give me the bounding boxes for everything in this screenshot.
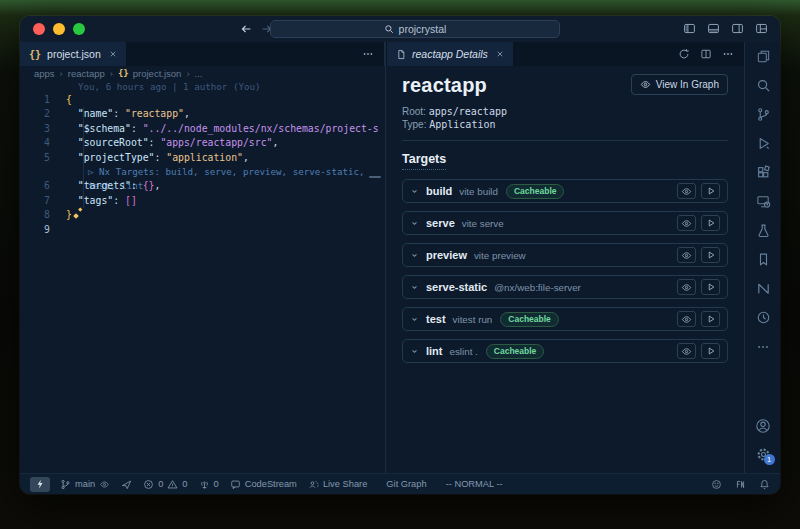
target-row-serve-static[interactable]: serve-static@nx/web:file-server (402, 275, 728, 299)
code-line[interactable]: 4 "sourceRoot": "apps/reactapp/src", (20, 136, 385, 150)
code-line[interactable]: 9 (20, 223, 385, 237)
breadcrumb-item[interactable]: ... (195, 68, 203, 79)
run-target-button[interactable] (701, 279, 720, 295)
notifications-status[interactable] (759, 479, 770, 490)
live-share-status[interactable]: Live Share (308, 479, 367, 490)
breadcrumb[interactable]: apps›reactapp›{}project.json›... (20, 66, 385, 80)
code-line[interactable]: 8} (20, 208, 385, 222)
codestream-status[interactable]: CodeStream (230, 479, 297, 490)
misc-status[interactable] (735, 479, 746, 490)
ports-status[interactable]: 0 (199, 479, 219, 490)
show-target-config-button[interactable] (677, 343, 696, 359)
view-in-graph-button[interactable]: View In Graph (631, 74, 728, 95)
line-number: 8 (20, 208, 66, 222)
accounts-icon[interactable] (745, 411, 780, 440)
vim-mode-status[interactable]: -- NORMAL -- (446, 479, 503, 489)
activity-item-more[interactable] (745, 332, 780, 361)
command-center-search[interactable]: projcrystal (270, 20, 560, 38)
breadcrumb-item[interactable]: project.json (133, 68, 182, 79)
code-line[interactable]: 7 "tags": [] (20, 194, 385, 208)
chevron-down-icon[interactable] (410, 187, 419, 196)
project-title: reactapp (402, 74, 487, 97)
breadcrumb-item[interactable]: apps (34, 68, 55, 79)
target-row-lint[interactable]: linteslint .Cacheable (402, 339, 728, 363)
run-target-button[interactable] (701, 247, 720, 263)
activity-item-testing[interactable] (745, 216, 780, 245)
chevron-down-icon[interactable] (410, 219, 419, 228)
show-target-config-button[interactable] (677, 279, 696, 295)
code-line[interactable]: 2 "name": "reactapp", (20, 107, 385, 121)
publish-status[interactable] (121, 479, 132, 490)
split-editor-icon[interactable] (700, 48, 712, 60)
settings-gear-icon[interactable]: 1 (745, 440, 780, 469)
branch-name: main (75, 479, 95, 489)
activity-item-run-and-debug[interactable] (745, 129, 780, 158)
close-tab-icon[interactable] (109, 50, 117, 58)
chevron-down-icon[interactable] (410, 283, 419, 292)
code-line[interactable]: 1{ (20, 93, 385, 107)
target-actions (677, 183, 720, 199)
git-graph-label: Git Graph (386, 479, 426, 489)
close-window-button[interactable] (33, 23, 45, 35)
target-name: serve-static (426, 281, 487, 293)
remote-lightning-icon (35, 478, 45, 490)
activity-item-timeline[interactable] (745, 303, 780, 332)
toggle-panel-icon[interactable] (707, 22, 720, 35)
close-tab-icon[interactable] (496, 50, 504, 58)
cacheable-badge: Cacheable (506, 184, 565, 199)
chevron-down-icon[interactable] (410, 347, 419, 356)
nx-targets-codelens[interactable]: ▷ Nx Targets: build, serve, preview, ser… (20, 165, 385, 179)
indent-guide (83, 107, 84, 208)
run-target-button[interactable] (701, 343, 720, 359)
git-graph-status[interactable]: Git Graph (386, 479, 426, 489)
code-line[interactable]: 6 "targets": {}, (20, 179, 385, 193)
live-share-label: Live Share (323, 479, 367, 489)
more-actions-icon[interactable] (722, 48, 734, 60)
activity-item-search[interactable] (745, 71, 780, 100)
activity-item-nx-console[interactable] (745, 274, 780, 303)
line-number: 2 (20, 107, 66, 121)
target-row-preview[interactable]: previewvite preview (402, 243, 728, 267)
tab-reactapp-details[interactable]: reactapp Details (387, 42, 514, 66)
live-share-icon (308, 479, 319, 490)
tab-project-json[interactable]: {} project.json (20, 42, 127, 66)
back-icon[interactable] (239, 22, 253, 36)
target-row-test[interactable]: testvitest runCacheable (402, 307, 728, 331)
chevron-down-icon[interactable] (410, 251, 419, 260)
zoom-window-button[interactable] (73, 23, 85, 35)
show-target-config-button[interactable] (677, 247, 696, 263)
run-target-button[interactable] (701, 215, 720, 231)
toggle-secondary-sidebar-icon[interactable] (731, 22, 744, 35)
activity-item-remote-explorer[interactable] (745, 187, 780, 216)
breadcrumb-separator: › (185, 68, 190, 79)
activity-item-bookmarks[interactable] (745, 245, 780, 274)
show-target-config-button[interactable] (677, 311, 696, 327)
target-actions (677, 215, 720, 231)
chevron-down-icon[interactable] (410, 315, 419, 324)
run-target-button[interactable] (701, 183, 720, 199)
show-target-config-button[interactable] (677, 183, 696, 199)
feedback-status[interactable] (711, 479, 722, 490)
more-actions-icon[interactable] (362, 48, 374, 60)
code-line[interactable]: 5 "projectType": "application", (20, 151, 385, 165)
breadcrumb-item[interactable]: reactapp (68, 68, 105, 79)
run-target-button[interactable] (701, 311, 720, 327)
git-branch-status[interactable]: main (60, 479, 110, 490)
minimize-window-button[interactable] (53, 23, 65, 35)
show-target-config-button[interactable] (677, 215, 696, 231)
vscode-window: projcrystal {} project.json (20, 16, 780, 494)
activity-item-source-control[interactable] (745, 100, 780, 129)
problems-status[interactable]: 0 0 (143, 479, 187, 490)
divider (402, 140, 728, 141)
refresh-icon[interactable] (678, 48, 690, 60)
activity-item-files[interactable] (745, 42, 780, 71)
target-row-serve[interactable]: servevite serve (402, 211, 728, 235)
misc-status-icon (735, 479, 746, 490)
customize-layout-icon[interactable] (755, 22, 768, 35)
toggle-primary-sidebar-icon[interactable] (683, 22, 696, 35)
target-row-build[interactable]: buildvite buildCacheable (402, 179, 728, 203)
code-line[interactable]: 3 "$schema": "../../node_modules/nx/sche… (20, 122, 385, 136)
remote-indicator[interactable] (30, 477, 50, 492)
error-icon (143, 479, 154, 490)
activity-item-extensions[interactable] (745, 158, 780, 187)
